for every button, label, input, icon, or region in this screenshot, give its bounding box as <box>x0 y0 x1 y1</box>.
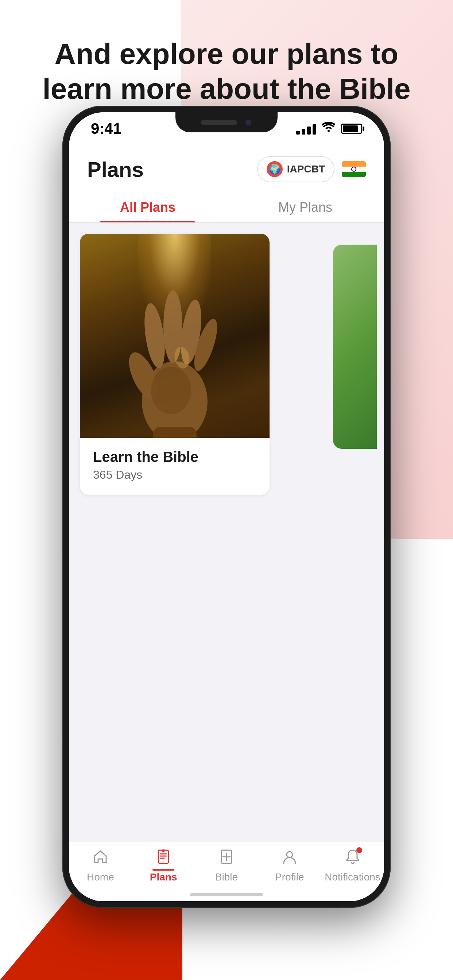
tab-bar: All Plans My Plans <box>69 189 384 223</box>
wifi-icon <box>322 122 335 135</box>
svg-point-12 <box>287 852 292 858</box>
hand-illustration <box>113 285 237 438</box>
plan-info: Learn the Bible 365 Days <box>80 438 270 495</box>
plan-card-partial[interactable] <box>333 245 377 449</box>
bottom-nav: Home Plans <box>69 841 384 901</box>
svg-rect-10 <box>162 850 165 852</box>
headline-line2: learn more about the Bible <box>42 73 410 105</box>
svg-rect-9 <box>158 850 169 863</box>
org-badge[interactable]: 🌍 IAPCBT <box>257 156 335 182</box>
status-time: 9:41 <box>91 120 121 137</box>
nav-label-notifications: Notifications <box>325 871 380 883</box>
bible-icon <box>219 849 234 869</box>
tab-all-plans[interactable]: All Plans <box>69 189 226 223</box>
plan-title: Learn the Bible <box>93 449 257 465</box>
nav-label-home: Home <box>87 871 114 883</box>
nav-label-plans: Plans <box>150 871 177 883</box>
plans-icon <box>155 849 171 869</box>
headline-line1: And explore our plans to <box>55 38 398 70</box>
notifications-icon <box>345 849 361 869</box>
header-actions: 🌍 IAPCBT <box>257 156 366 182</box>
plan-card[interactable]: Learn the Bible 365 Days <box>80 234 270 495</box>
phone-frame: 9:41 <box>62 106 391 908</box>
home-indicator <box>190 893 263 896</box>
notification-badge <box>356 847 362 853</box>
tab-my-plans[interactable]: My Plans <box>226 189 384 223</box>
app-content: Plans 🌍 IAPCBT <box>69 145 384 901</box>
plan-card-image <box>80 234 270 438</box>
nav-item-bible[interactable]: Bible <box>195 849 258 883</box>
org-name: IAPCBT <box>287 163 325 175</box>
notch-speaker <box>201 120 237 125</box>
nav-label-bible: Bible <box>215 871 238 883</box>
nav-item-profile[interactable]: Profile <box>258 849 321 883</box>
signal-icon <box>296 123 316 135</box>
battery-icon <box>341 124 362 134</box>
headline: And explore our plans to learn more abou… <box>0 37 453 107</box>
status-icons <box>296 122 362 135</box>
notch <box>175 112 278 132</box>
svg-rect-6 <box>153 427 196 438</box>
phone-inner: 9:41 <box>69 112 384 901</box>
nav-label-profile: Profile <box>275 871 304 883</box>
nav-item-notifications[interactable]: Notifications <box>321 849 384 883</box>
plan-duration: 365 Days <box>93 468 257 482</box>
profile-icon <box>282 849 298 869</box>
app-header: Plans 🌍 IAPCBT <box>69 145 384 182</box>
india-flag-icon[interactable] <box>342 161 366 177</box>
svg-point-7 <box>151 367 191 414</box>
home-icon <box>92 849 108 869</box>
org-globe-icon: 🌍 <box>266 161 283 177</box>
content-area: Learn the Bible 365 Days <box>69 223 384 841</box>
notch-camera <box>244 118 252 127</box>
nav-item-plans[interactable]: Plans <box>132 849 195 883</box>
page-title: Plans <box>87 157 144 181</box>
nav-item-home[interactable]: Home <box>69 849 132 883</box>
